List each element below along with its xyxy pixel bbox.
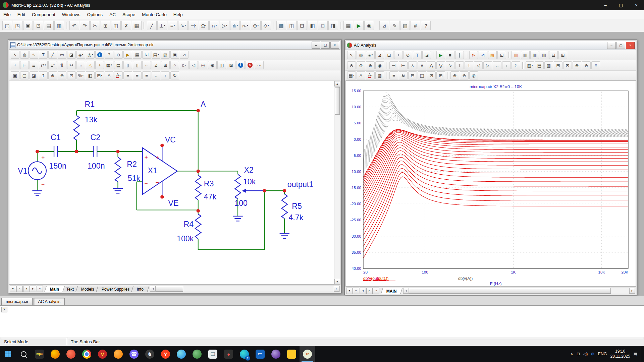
sheet-icon[interactable]: ▤ [114,61,123,69]
package-editor-icon[interactable]: ▧ [400,21,410,30]
schematic-title-bar[interactable]: C:\Users\37529\Desktop\Аудио\Параметрик … [9,40,340,50]
top-measurement-icon[interactable]: ⊤ [455,61,464,69]
help-mode-icon[interactable]: ? [105,51,113,59]
go-to-x-icon[interactable]: ◁ [474,61,483,69]
data-grid-icon[interactable]: ▦▾ [347,71,356,79]
x2-potentiometer-symbol[interactable] [235,174,241,199]
plot-scroll-left-button[interactable]: ◂ [403,288,409,294]
network-icon[interactable]: ⊕ [591,352,594,356]
undo-icon[interactable]: ↶ [69,21,79,30]
bottom-measurement-icon[interactable]: ⊥ [465,61,473,69]
table-icon[interactable]: ⊞ [161,61,170,69]
search-trace-icon[interactable]: ◎ [469,71,478,79]
schematic-horizontal-scrollbar[interactable]: ◂ ▸ [150,286,340,292]
cascade-windows-icon[interactable]: ▩ [276,21,286,30]
stretch-icon[interactable]: ↔ [76,61,85,69]
stack-plots-icon[interactable]: ≋ [399,71,408,79]
taskbar-app-chrome[interactable] [79,346,95,362]
trace-db(v(A))[interactable] [363,111,628,166]
close-button[interactable]: × [629,0,644,10]
next-local-max-icon[interactable]: ∧ [408,61,417,69]
report-icon[interactable]: ▥ [54,21,64,30]
trace-db(v(output1))[interactable] [363,157,628,230]
resistor-icon[interactable]: Ω▾ [199,21,209,30]
legend-output1[interactable]: db(v(output1)) [363,276,388,281]
go-to-y-icon[interactable]: ▷ [483,61,492,69]
inductor-icon[interactable]: ∩▾ [209,21,219,30]
font-color-icon[interactable]: A▾ [366,71,375,79]
align-left-icon[interactable]: ≡ [123,71,132,79]
next-page-button[interactable]: ▸ [30,286,36,292]
r2-symbol[interactable] [115,157,121,182]
legend-a[interactable]: db(v(A)) [458,276,473,281]
grid-toggle-icon[interactable]: ▦ [133,51,142,59]
schematic-vertical-scrollbar[interactable]: ▲ ▼ [334,81,340,284]
menu-edit[interactable]: Edit [14,11,29,18]
panel-4-icon[interactable]: ▥ [540,51,548,59]
next-local-min-icon[interactable]: ∨ [418,61,426,69]
page-copy-icon[interactable]: ▯ [133,61,142,69]
pause-icon[interactable]: ∥ [455,51,464,59]
grid-type-icon[interactable]: ⊞▾ [95,71,104,79]
find-next-icon[interactable]: ◎ [199,61,207,69]
zoom-out-area-icon[interactable]: ⊖ [460,71,469,79]
ellipse-icon[interactable]: ○ [170,61,179,69]
add-plot-icon[interactable]: ⊞ [554,61,562,69]
taskbar-clock[interactable]: 19:10 28.11.2025 [610,349,630,359]
zoom-area-icon[interactable]: ⊡ [67,71,76,79]
plot-page-list-button[interactable]: ▾ [346,288,353,294]
paste-icon[interactable]: ◫ [111,21,121,30]
waveform-buffer-icon[interactable]: ▧ [488,51,497,59]
taskbar-search-button[interactable] [16,346,32,362]
restore-limit-scales-icon[interactable]: ⊗ [347,61,356,69]
info-circle-icon[interactable]: i [236,61,245,69]
component-icon[interactable]: ◈▾ [76,51,85,59]
menu-file[interactable]: File [0,11,14,18]
collapse-panels-icon[interactable]: ⊟ [549,51,558,59]
volume-icon[interactable]: ◁) [583,352,588,356]
taskbar-app-tor[interactable] [268,346,284,362]
calculator-icon[interactable]: # [411,21,420,30]
open-icon[interactable]: ◳ [13,21,22,30]
menu-monte-carlo[interactable]: Monte Carlo [139,11,170,18]
taskbar-app-explorer-folder[interactable] [284,346,300,362]
horizontal-scroll-track[interactable] [183,286,334,292]
scale-mode-icon[interactable]: ⊿ [375,51,384,59]
text-icon[interactable]: T [39,51,48,59]
circuit-labels[interactable]: V1 C1 150n C2 100n R1 13k R2 51k X1 VC V… [18,100,313,243]
stop-icon[interactable]: ■ [446,51,454,59]
zoom-in-icon[interactable]: ⊕ [366,61,375,69]
zoom-out-2-icon[interactable]: ⊖ [582,61,591,69]
trace-db(v(output1))[interactable] [363,140,628,202]
scroll-left-button[interactable]: ◂ [150,286,156,292]
back-icon[interactable]: ◁ [189,61,198,69]
pan-icon[interactable]: ◍ [20,51,29,59]
plot-scroll-right-button[interactable]: ▸ [629,288,635,294]
wire-check-icon[interactable]: ≣ [30,61,38,69]
trace-db(v(output1))[interactable] [363,161,628,235]
taskbar-app-microcap[interactable]: 12 [300,346,315,362]
node-cursor-icon[interactable]: + [11,61,19,69]
mode-select-icon[interactable]: ⊿ [180,51,189,59]
global-high-icon[interactable]: ⋀ [427,61,436,69]
taskbar-app-vegas[interactable]: V [95,346,110,362]
split-horizontal-icon[interactable]: ⊟ [408,71,417,79]
show-desktop-button[interactable] [641,346,643,362]
zoom-select-icon[interactable]: ⊡ [385,51,393,59]
previous-simulation-icon[interactable]: ⊲ [479,51,487,59]
plot-title-bar[interactable]: AC Analysis – ▢ × [345,41,636,50]
statistics-icon[interactable]: Σ [512,61,520,69]
show-nodes-icon[interactable]: ☑ [142,51,151,59]
tag-mode-icon[interactable]: ◪ [422,51,431,59]
panel-close-button[interactable]: x [1,307,7,312]
taskbar-app-green-app[interactable] [189,346,205,362]
cursor-readout-icon[interactable]: # [591,61,600,69]
label-mode-icon[interactable]: A [357,71,365,79]
trace-db(v(output1))[interactable] [363,138,628,198]
tab-plot-main[interactable]: MAIN [381,288,402,294]
prev-page-button[interactable]: ◂ [23,286,30,292]
taskbar-app-edge[interactable]: 2 [236,346,252,362]
r4-symbol[interactable] [195,214,201,239]
copy-back-icon[interactable]: ▢ [20,71,29,79]
vertical-scroll-thumb[interactable] [335,87,340,115]
